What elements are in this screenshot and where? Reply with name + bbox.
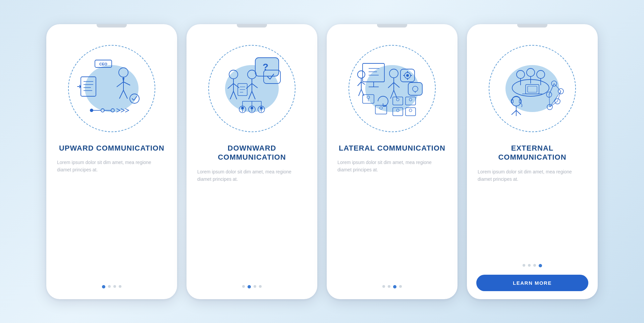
svg-line-25 — [233, 84, 239, 88]
dot-3[interactable] — [533, 264, 536, 267]
svg-line-103 — [512, 110, 516, 115]
svg-point-47 — [251, 107, 253, 109]
illustration-upward: CEO — [65, 42, 159, 136]
svg-line-61 — [359, 89, 361, 96]
illustration-external — [485, 42, 579, 136]
svg-line-67 — [390, 90, 394, 99]
svg-line-9 — [117, 82, 123, 87]
svg-point-18 — [111, 109, 114, 112]
svg-point-45 — [241, 107, 244, 109]
svg-point-63 — [389, 69, 398, 78]
illustration-downward: ? — [205, 42, 299, 136]
svg-line-65 — [388, 83, 394, 88]
phone-downward: ? — [186, 24, 317, 299]
svg-rect-51 — [363, 63, 384, 82]
dot-2[interactable] — [108, 285, 111, 288]
svg-point-71 — [406, 74, 409, 77]
card-title-downward: DOWNWARD COMMUNICATION — [196, 144, 308, 162]
svg-point-83 — [380, 107, 382, 109]
pagination-downward — [242, 276, 262, 291]
svg-line-68 — [394, 90, 397, 99]
dot-3[interactable] — [254, 285, 256, 288]
phone-notch-4 — [517, 24, 547, 28]
pagination-lateral — [382, 276, 402, 291]
svg-line-113 — [554, 84, 561, 91]
card-desc-upward: Lorem ipsum dolor sit dim amet, mea regi… — [56, 159, 168, 174]
dot-2[interactable] — [528, 264, 531, 267]
external-svg — [495, 52, 569, 125]
svg-point-16 — [101, 109, 104, 112]
phone-notch-2 — [237, 24, 267, 28]
illustration-lateral — [345, 42, 439, 136]
svg-point-80 — [367, 96, 370, 99]
dot-1[interactable] — [242, 285, 245, 288]
svg-line-37 — [252, 91, 255, 99]
upward-svg: CEO — [75, 52, 149, 125]
phone-notch-3 — [377, 24, 407, 28]
svg-line-12 — [123, 90, 127, 99]
phone-lateral: LATERAL COMMUNICATION Lorem ipsum dolor … — [327, 24, 458, 299]
dot-4-active[interactable] — [539, 264, 542, 267]
svg-line-11 — [119, 90, 123, 99]
svg-line-116 — [549, 95, 550, 107]
svg-line-26 — [230, 91, 233, 99]
dot-1[interactable] — [523, 264, 525, 267]
svg-line-24 — [228, 84, 233, 89]
svg-line-60 — [361, 82, 365, 85]
dot-2-active[interactable] — [248, 285, 251, 288]
svg-point-49 — [260, 107, 263, 109]
svg-point-95 — [537, 70, 545, 78]
svg-rect-76 — [408, 83, 422, 95]
svg-point-22 — [229, 70, 238, 79]
svg-line-59 — [358, 82, 361, 86]
svg-point-13 — [130, 94, 139, 103]
svg-rect-2 — [81, 77, 96, 96]
phone-content-1: CEO — [46, 24, 177, 299]
svg-line-10 — [123, 82, 130, 85]
svg-line-66 — [394, 83, 399, 88]
phone-content-3: LATERAL COMMUNICATION Lorem ipsum dolor … — [327, 24, 458, 299]
svg-point-7 — [119, 68, 128, 77]
svg-line-104 — [516, 110, 521, 115]
phone-notch-1 — [97, 24, 127, 28]
svg-line-36 — [249, 91, 252, 99]
phone-content-4: EXTERNAL COMMUNICATION Lorem ipsum dolor… — [467, 24, 598, 299]
pagination-upward — [102, 276, 121, 291]
svg-rect-107 — [528, 86, 537, 92]
card-title-external: EXTERNAL COMMUNICATION — [476, 144, 588, 162]
svg-point-14 — [90, 109, 93, 112]
svg-point-57 — [358, 71, 365, 78]
card-title-upward: UPWARD COMMUNICATION — [59, 144, 164, 153]
svg-line-114 — [557, 91, 561, 101]
svg-line-118 — [549, 84, 554, 95]
dot-1[interactable] — [382, 285, 385, 288]
lateral-svg — [355, 52, 429, 125]
learn-more-button[interactable]: LEARN MORE — [476, 275, 588, 291]
card-desc-downward: Lorem ipsum dolor sit dim amet, mea regi… — [196, 168, 308, 183]
downward-svg: ? — [215, 52, 289, 125]
svg-point-32 — [248, 70, 256, 79]
card-title-lateral: LATERAL COMMUNICATION — [339, 144, 445, 153]
svg-point-89 — [396, 109, 399, 112]
svg-point-93 — [517, 70, 525, 78]
dot-4[interactable] — [399, 285, 402, 288]
dot-1-active[interactable] — [102, 285, 105, 288]
dot-4[interactable] — [119, 285, 121, 288]
dot-4[interactable] — [259, 285, 262, 288]
pagination-external — [523, 255, 542, 270]
card-desc-lateral: Lorem ipsum dolor sit dim amet, mea regi… — [336, 159, 448, 174]
card-desc-external: Lorem ipsum dolor sit dim amet, mea regi… — [476, 168, 588, 183]
svg-point-91 — [409, 109, 412, 112]
phone-upward: CEO — [46, 24, 177, 299]
svg-point-85 — [396, 98, 399, 101]
svg-line-27 — [233, 91, 237, 99]
svg-point-94 — [527, 68, 535, 76]
phones-container: CEO — [33, 11, 611, 313]
dot-2[interactable] — [388, 285, 390, 288]
phone-external: EXTERNAL COMMUNICATION Lorem ipsum dolor… — [467, 24, 598, 299]
svg-line-35 — [252, 84, 258, 88]
dot-3[interactable] — [113, 285, 116, 288]
svg-text:CEO: CEO — [99, 62, 107, 66]
dot-3-active[interactable] — [393, 285, 396, 288]
svg-line-115 — [550, 101, 557, 107]
